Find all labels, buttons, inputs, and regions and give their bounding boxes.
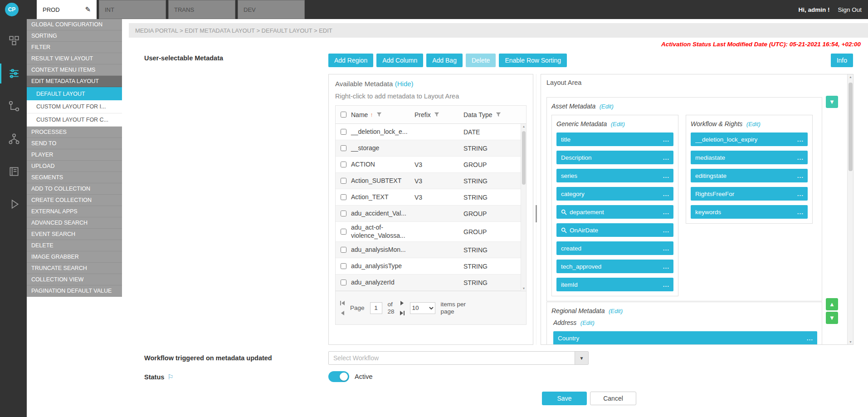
chip-menu-icon[interactable]: ... bbox=[663, 209, 669, 216]
edit-link[interactable]: (Edit) bbox=[600, 103, 614, 110]
metadata-chip[interactable]: OnAirDate ... bbox=[556, 223, 673, 237]
table-row[interactable]: adu_analyzerId STRING bbox=[336, 275, 521, 291]
row-checkbox[interactable] bbox=[341, 247, 346, 253]
column-header-datatype[interactable]: Data Type bbox=[463, 111, 493, 118]
table-row[interactable]: __deletion_lock_e... DATE bbox=[336, 124, 521, 140]
sidebar-item[interactable]: SEND TO bbox=[27, 138, 122, 149]
chip-menu-icon[interactable]: ... bbox=[663, 263, 669, 270]
edit-link[interactable]: (Edit) bbox=[746, 121, 761, 128]
grid-scrollbar[interactable]: ▲ ▼ bbox=[521, 124, 526, 291]
row-checkbox[interactable] bbox=[341, 211, 346, 216]
chip-menu-icon[interactable]: ... bbox=[797, 154, 804, 161]
last-page-button[interactable] bbox=[400, 311, 405, 315]
metadata-chip[interactable]: tech_approved ... bbox=[556, 260, 673, 273]
save-button[interactable]: Save bbox=[542, 392, 587, 405]
add-region-button[interactable]: Add Region bbox=[328, 54, 373, 67]
chip-menu-icon[interactable]: ... bbox=[663, 191, 669, 197]
row-checkbox[interactable] bbox=[341, 162, 346, 167]
metadata-chip[interactable]: keywords ... bbox=[691, 205, 808, 219]
sidebar-item[interactable]: FILTER bbox=[27, 42, 122, 53]
status-toggle[interactable] bbox=[328, 371, 349, 382]
edit-link[interactable]: (Edit) bbox=[611, 121, 625, 128]
environment-tab[interactable]: INT ✎ bbox=[99, 0, 166, 19]
chevron-down-icon[interactable]: ▼ bbox=[575, 352, 588, 364]
column-header-name[interactable]: Name bbox=[351, 111, 368, 118]
sidebar-item[interactable]: ADVANCED SEARCH bbox=[27, 217, 122, 229]
filter-icon[interactable] bbox=[496, 112, 501, 118]
page-number-input[interactable] bbox=[370, 302, 382, 314]
metadata-chip[interactable]: category ... bbox=[556, 187, 673, 201]
select-all-checkbox[interactable] bbox=[341, 112, 346, 118]
move-region-up-button[interactable]: ▲ bbox=[826, 298, 838, 310]
sidebar-item[interactable]: EVENT SEARCH bbox=[27, 229, 122, 240]
sidebar-item[interactable]: ADD TO COLLECTION bbox=[27, 183, 122, 195]
sidebar-item[interactable]: CREATE COLLECTION bbox=[27, 195, 122, 206]
sidebar-item[interactable]: UPLOAD bbox=[27, 161, 122, 172]
environment-tab[interactable]: DEV ✎ bbox=[238, 0, 305, 19]
workflow-select[interactable]: Select Workflow ▼ bbox=[328, 351, 589, 365]
delete-button[interactable]: Delete bbox=[466, 54, 496, 67]
table-row[interactable]: adu_act-of-violence_Valossa... GROUP bbox=[336, 222, 521, 242]
metadata-chip[interactable]: mediastate ... bbox=[691, 151, 808, 164]
add-bag-button[interactable]: Add Bag bbox=[426, 54, 463, 67]
assets-icon[interactable] bbox=[0, 31, 27, 51]
row-checkbox[interactable] bbox=[341, 263, 346, 269]
admin-config-icon[interactable] bbox=[0, 64, 27, 83]
sidebar-item[interactable]: SORTING bbox=[27, 30, 122, 42]
sidebar-item[interactable]: GLOBAL CONFIGURATION bbox=[27, 19, 122, 30]
table-row[interactable]: Action_TEXT V3 STRING bbox=[336, 189, 521, 206]
scroll-down-icon[interactable]: ▼ bbox=[848, 340, 853, 343]
first-page-button[interactable] bbox=[340, 301, 345, 305]
filter-icon[interactable] bbox=[434, 112, 439, 118]
toggle-knob[interactable] bbox=[340, 373, 348, 381]
player-icon[interactable] bbox=[0, 194, 27, 214]
chip-menu-icon[interactable]: ... bbox=[663, 281, 669, 288]
metadata-chip[interactable]: Country ... bbox=[553, 331, 817, 345]
move-section-down-button[interactable]: ▼ bbox=[826, 96, 838, 108]
move-region-down-button[interactable]: ▼ bbox=[826, 312, 838, 324]
metadata-chip[interactable]: title ... bbox=[556, 132, 673, 146]
row-checkbox[interactable] bbox=[341, 129, 346, 135]
sidebar-item[interactable]: DEFAULT LAYOUT bbox=[27, 87, 122, 100]
edit-link[interactable]: (Edit) bbox=[580, 319, 595, 326]
sidebar-item[interactable]: DELETE bbox=[27, 240, 122, 251]
sidebar-item[interactable]: EXTERNAL APPS bbox=[27, 206, 122, 217]
splitter-handle[interactable] bbox=[536, 205, 537, 222]
hierarchy-icon[interactable] bbox=[0, 129, 27, 149]
chip-menu-icon[interactable]: ... bbox=[663, 227, 669, 234]
page-size-select[interactable]: 10 bbox=[410, 302, 435, 314]
sidebar-item[interactable]: TRUNCATE SEARCH bbox=[27, 263, 122, 274]
metadata-chip[interactable]: editingstate ... bbox=[691, 169, 808, 182]
filter-icon[interactable] bbox=[376, 112, 382, 118]
chip-menu-icon[interactable]: ... bbox=[797, 209, 804, 216]
hide-link[interactable]: (Hide) bbox=[395, 80, 414, 88]
scrollbar-thumb[interactable] bbox=[848, 83, 853, 171]
metadata-chip[interactable]: RightsFreeFor ... bbox=[691, 187, 808, 201]
add-column-button[interactable]: Add Column bbox=[376, 54, 423, 67]
chip-menu-icon[interactable]: ... bbox=[663, 172, 669, 179]
cancel-button[interactable]: Cancel bbox=[590, 392, 636, 405]
scroll-up-icon[interactable]: ▲ bbox=[521, 125, 527, 128]
environment-tab[interactable]: TRANS ✎ bbox=[168, 0, 235, 19]
sign-out-link[interactable]: Sign Out bbox=[838, 6, 862, 13]
sidebar-item[interactable]: CUSTOM LAYOUT FOR I... bbox=[27, 100, 122, 113]
sidebar-item[interactable]: IMAGE GRABBER bbox=[27, 251, 122, 263]
layout-scrollbar[interactable]: ▲ ▼ bbox=[847, 74, 853, 344]
chip-menu-icon[interactable]: ... bbox=[797, 136, 804, 143]
chip-menu-icon[interactable]: ... bbox=[663, 245, 669, 252]
chip-menu-icon[interactable]: ... bbox=[797, 191, 804, 197]
process-icon[interactable] bbox=[0, 96, 27, 116]
next-page-button[interactable] bbox=[400, 301, 404, 305]
sidebar-item[interactable]: PROCESSES bbox=[27, 127, 122, 138]
sidebar-item[interactable]: PAGINATION DEFAULT VALUE bbox=[27, 285, 122, 297]
table-row[interactable]: adu_analysisMon... STRING bbox=[336, 242, 521, 258]
environment-tab[interactable]: PROD ✎ bbox=[37, 0, 97, 19]
chip-menu-icon[interactable]: ... bbox=[807, 335, 813, 342]
row-checkbox[interactable] bbox=[341, 229, 346, 235]
row-checkbox[interactable] bbox=[341, 194, 346, 200]
chip-menu-icon[interactable]: ... bbox=[663, 136, 669, 143]
sidebar-item[interactable]: RESULT VIEW LAYOUT bbox=[27, 53, 122, 64]
table-row[interactable]: __storage STRING bbox=[336, 140, 521, 157]
sidebar-item[interactable]: COLLECTION VIEW bbox=[27, 274, 122, 285]
scroll-up-icon[interactable]: ▲ bbox=[848, 75, 853, 78]
